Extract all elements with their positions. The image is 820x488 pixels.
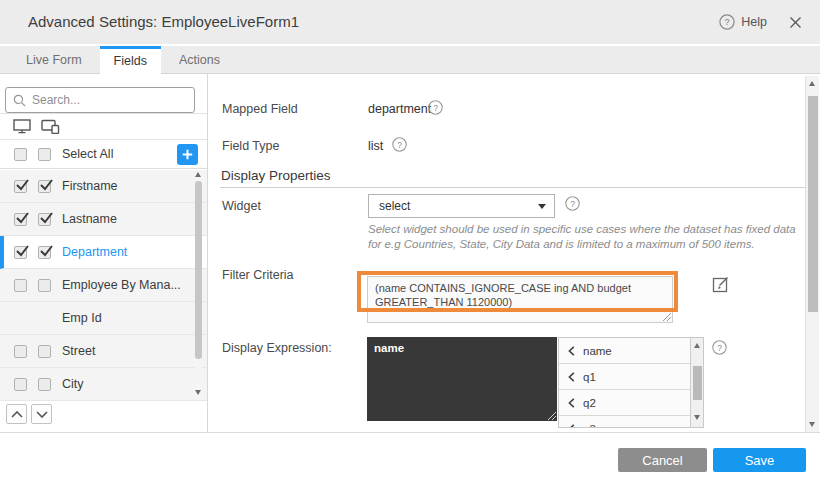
checkbox-pair: [14, 180, 62, 193]
checkbox-pair: [14, 246, 62, 259]
web-checkbox[interactable]: [14, 378, 27, 391]
field-type-label: Field Type: [222, 139, 279, 153]
widget-help-text: Select widget should be used in specific…: [368, 222, 804, 251]
move-up-button[interactable]: [6, 404, 27, 424]
field-list-item[interactable]: Employee By Mana...: [0, 269, 207, 302]
svg-text:?: ?: [717, 343, 722, 353]
checkbox-pair: [14, 279, 62, 292]
web-checkbox[interactable]: [14, 246, 27, 259]
select-all-row: Select All: [0, 140, 207, 169]
field-list-item[interactable]: Emp Id: [0, 302, 207, 335]
chevron-left-icon: [568, 424, 575, 429]
mobile-checkbox[interactable]: [38, 213, 51, 226]
search-input[interactable]: [32, 93, 187, 107]
widget-help-icon[interactable]: ?: [565, 196, 580, 211]
mapped-field-help-icon[interactable]: ?: [428, 100, 443, 115]
expression-field-list: name q1 q2 q3: [558, 337, 704, 428]
save-button[interactable]: Save: [713, 448, 806, 472]
display-expression-help-icon[interactable]: ?: [712, 340, 727, 355]
move-down-button[interactable]: [31, 404, 52, 424]
scroll-up-icon[interactable]: [195, 172, 201, 177]
svg-text:?: ?: [397, 140, 402, 150]
widget-label: Widget: [222, 199, 261, 213]
web-checkbox[interactable]: [14, 279, 27, 292]
web-checkbox[interactable]: [14, 180, 27, 193]
checkbox-pair: [14, 213, 62, 226]
mobile-checkbox[interactable]: [38, 180, 51, 193]
mobile-checkbox[interactable]: [38, 345, 51, 358]
field-type-value: list: [368, 139, 383, 153]
plus-icon: [182, 149, 193, 160]
search-box[interactable]: [5, 87, 195, 113]
add-field-button[interactable]: [177, 144, 198, 165]
chevron-left-icon: [568, 372, 575, 382]
filter-criteria-textarea[interactable]: (name CONTAINS_IGNORE_CASE ing AND budge…: [367, 276, 673, 323]
scrollbar-thumb[interactable]: [195, 181, 202, 359]
widget-select[interactable]: select: [368, 194, 555, 218]
display-expression-editor[interactable]: name: [367, 337, 557, 421]
field-list-item[interactable]: Firstname: [0, 170, 207, 203]
main-scrollbar[interactable]: [805, 76, 819, 432]
display-properties-heading: Display Properties: [221, 168, 331, 183]
field-item-label: Street: [62, 344, 95, 358]
check-icon: [15, 244, 30, 258]
expression-field-item[interactable]: q2: [559, 390, 691, 416]
scrollbar-thumb[interactable]: [693, 366, 702, 400]
filter-criteria-label: Filter Criteria: [222, 268, 294, 282]
check-icon: [39, 244, 54, 258]
svg-text:?: ?: [570, 199, 575, 209]
resize-handle-icon[interactable]: [547, 411, 556, 420]
sidebar-scrollbar[interactable]: [195, 170, 202, 397]
resize-handle-icon[interactable]: [662, 312, 671, 321]
close-button[interactable]: [789, 16, 802, 29]
tab-fields[interactable]: Fields: [100, 46, 161, 76]
scroll-down-icon[interactable]: [694, 415, 700, 420]
select-all-mobile-checkbox[interactable]: [38, 148, 51, 161]
chevron-left-icon: [568, 398, 575, 408]
expression-field-item[interactable]: q1: [559, 364, 691, 390]
tab-live-form[interactable]: Live Form: [8, 46, 100, 74]
field-list-scrollbar[interactable]: [690, 338, 703, 427]
mobile-icon[interactable]: [41, 119, 60, 134]
field-list-item[interactable]: Lastname: [0, 203, 207, 236]
field-list-item[interactable]: Department: [0, 236, 207, 269]
cancel-button[interactable]: Cancel: [618, 448, 707, 472]
web-checkbox[interactable]: [14, 345, 27, 358]
expression-field-item[interactable]: q3: [559, 416, 691, 428]
web-checkbox[interactable]: [14, 213, 27, 226]
edit-icon[interactable]: [712, 275, 730, 293]
check-icon: [39, 178, 54, 192]
scroll-down-icon[interactable]: [809, 422, 815, 427]
field-type-help-icon[interactable]: ?: [392, 137, 407, 152]
header-actions: ? Help: [719, 0, 802, 44]
scroll-up-icon[interactable]: [694, 343, 700, 348]
scrollbar-thumb[interactable]: [808, 96, 818, 312]
chevron-down-icon: [36, 411, 48, 418]
field-item-label: Lastname: [62, 212, 117, 226]
field-order-controls: [6, 404, 52, 424]
check-icon: [39, 211, 54, 225]
help-button[interactable]: ? Help: [719, 14, 767, 30]
select-all-web-checkbox[interactable]: [14, 148, 27, 161]
device-toggle-row: [0, 113, 207, 140]
scroll-down-icon[interactable]: [195, 390, 201, 395]
checkbox-pair: [14, 378, 62, 391]
field-list-item[interactable]: Street: [0, 335, 207, 368]
field-list-item[interactable]: City: [0, 368, 207, 401]
display-expression-value: name: [374, 342, 404, 354]
svg-text:?: ?: [725, 17, 730, 27]
fields-sidebar: Select All Firstname: [0, 74, 208, 432]
tab-actions[interactable]: Actions: [161, 46, 238, 74]
expression-field-name: q3: [583, 423, 596, 429]
display-expression-label: Display Expression:: [222, 341, 332, 355]
desktop-icon[interactable]: [13, 119, 31, 134]
svg-text:?: ?: [433, 103, 438, 113]
checkbox-pair: [14, 345, 62, 358]
close-icon: [789, 16, 802, 29]
expression-field-item[interactable]: name: [559, 338, 691, 364]
scroll-up-icon[interactable]: [809, 81, 815, 86]
mobile-checkbox[interactable]: [38, 378, 51, 391]
mobile-checkbox[interactable]: [38, 279, 51, 292]
mobile-checkbox[interactable]: [38, 246, 51, 259]
select-all-label: Select All: [62, 147, 113, 161]
